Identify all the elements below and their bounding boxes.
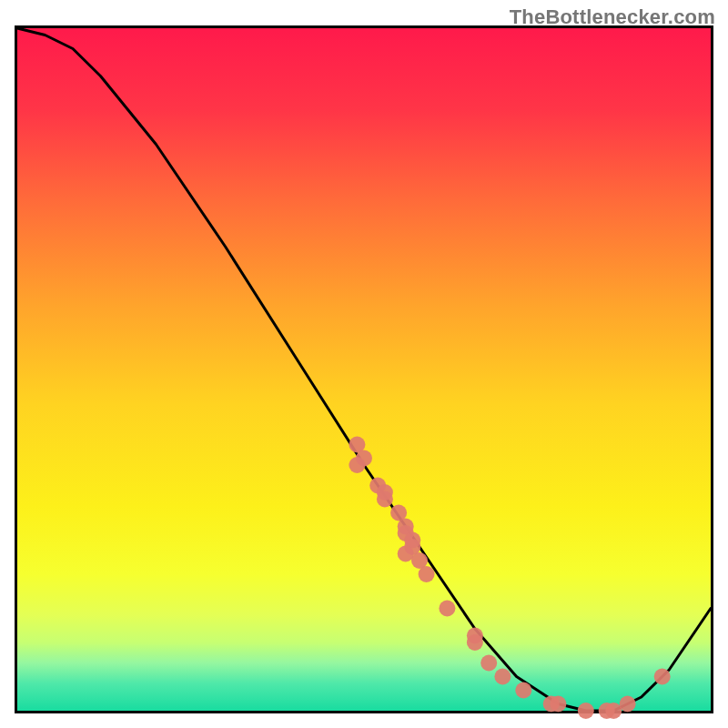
- chart-marker: [377, 491, 393, 508]
- chart-marker: [467, 634, 483, 651]
- chart-marker: [620, 696, 636, 713]
- chart-marker: [480, 655, 497, 672]
- chart-marker: [439, 601, 455, 617]
- plot-frame: [15, 25, 713, 713]
- chart-marker: [398, 546, 414, 562]
- chart-curve: [17, 28, 711, 711]
- chart-marker: [419, 566, 435, 582]
- chart-marker: [550, 696, 566, 713]
- chart-canvas: TheBottlenecker.com: [0, 0, 728, 728]
- chart-marker: [515, 682, 531, 699]
- chart-marker: [578, 703, 594, 719]
- plot-overlay: [17, 28, 711, 711]
- chart-marker: [605, 703, 622, 719]
- chart-marker: [654, 669, 671, 685]
- chart-marker: [494, 669, 511, 685]
- chart-marker: [349, 457, 365, 473]
